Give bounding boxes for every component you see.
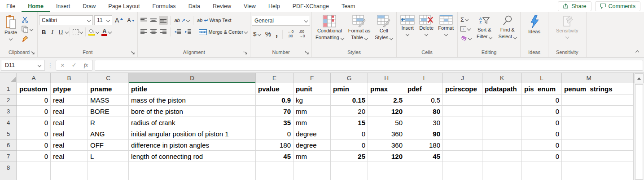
- column-header-J[interactable]: J: [443, 73, 482, 83]
- cell[interactable]: [88, 173, 129, 180]
- cell[interactable]: 0.5: [405, 94, 443, 106]
- tab-help[interactable]: Help: [262, 0, 286, 12]
- cell[interactable]: [51, 162, 88, 173]
- cell[interactable]: real: [51, 151, 88, 162]
- number-dialog-launcher[interactable]: [305, 50, 309, 55]
- cell[interactable]: initial angular position of piston 1: [129, 128, 256, 140]
- cell[interactable]: mm: [294, 151, 331, 162]
- cell[interactable]: [616, 173, 634, 180]
- column-header-E[interactable]: E: [256, 73, 294, 83]
- delete-cells-button[interactable]: Delete: [417, 14, 436, 37]
- insert-function-button[interactable]: fx: [84, 62, 88, 69]
- fill-button[interactable]: ↓: [459, 24, 473, 33]
- cell[interactable]: 2.5: [368, 94, 405, 106]
- cell[interactable]: pdef: [405, 83, 443, 94]
- cell[interactable]: pname: [88, 83, 129, 94]
- cell[interactable]: 15: [331, 117, 368, 128]
- cell[interactable]: [129, 173, 256, 180]
- cell[interactable]: [562, 117, 616, 128]
- align-right-button[interactable]: [159, 27, 168, 36]
- row-header-5[interactable]: 5: [0, 128, 17, 140]
- cell[interactable]: 0: [522, 106, 562, 117]
- find-select-button[interactable]: Find & Select: [496, 14, 519, 41]
- cell[interactable]: 0: [17, 151, 51, 162]
- cell[interactable]: 120: [368, 151, 405, 162]
- cell[interactable]: 20: [331, 106, 368, 117]
- cell[interactable]: [482, 162, 522, 173]
- cell[interactable]: [482, 173, 522, 180]
- cell[interactable]: 180: [405, 140, 443, 151]
- increase-decimal-button[interactable]: ←0.00: [286, 29, 295, 39]
- cell[interactable]: pcustom: [17, 83, 51, 94]
- tab-page-layout[interactable]: Page Layout: [102, 0, 146, 12]
- cell[interactable]: 0: [522, 128, 562, 140]
- cancel-button[interactable]: ×: [61, 62, 65, 68]
- cell[interactable]: pcirscope: [443, 83, 482, 94]
- cell[interactable]: kg: [294, 94, 331, 106]
- column-header-B[interactable]: B: [51, 73, 88, 83]
- cell[interactable]: 45: [256, 151, 294, 162]
- cell[interactable]: [331, 162, 368, 173]
- cell[interactable]: [443, 151, 482, 162]
- cell[interactable]: ptitle: [129, 83, 256, 94]
- wrap-text-button[interactable]: ab ↩ Wrap Text: [196, 16, 233, 25]
- font-color-button[interactable]: A: [100, 27, 113, 37]
- tab-insert[interactable]: Insert: [50, 0, 76, 12]
- cell[interactable]: 45: [405, 151, 443, 162]
- row-header-3[interactable]: 3: [0, 106, 17, 117]
- cell[interactable]: 0: [522, 151, 562, 162]
- cell[interactable]: degree: [294, 140, 331, 151]
- cell[interactable]: 0: [522, 94, 562, 106]
- cell[interactable]: [443, 140, 482, 151]
- cell[interactable]: [562, 94, 616, 106]
- cell[interactable]: 0: [17, 106, 51, 117]
- italic-button[interactable]: I: [48, 27, 56, 36]
- borders-button[interactable]: [71, 27, 84, 36]
- cell[interactable]: real: [51, 94, 88, 106]
- cell[interactable]: 35: [256, 117, 294, 128]
- row-header-partial[interactable]: [0, 173, 17, 180]
- collapse-ribbon-button[interactable]: [635, 50, 639, 54]
- fill-color-button[interactable]: [87, 27, 100, 36]
- cell[interactable]: mm: [294, 106, 331, 117]
- row-header-6[interactable]: 6: [0, 140, 17, 151]
- cell[interactable]: pis_enum: [522, 83, 562, 94]
- cell[interactable]: [482, 106, 522, 117]
- cell[interactable]: [562, 128, 616, 140]
- cell[interactable]: 70: [256, 106, 294, 117]
- bottom-align-button[interactable]: [159, 16, 168, 25]
- cell[interactable]: [616, 140, 634, 151]
- cell[interactable]: [294, 162, 331, 173]
- cell[interactable]: 25: [331, 151, 368, 162]
- cell[interactable]: [368, 162, 405, 173]
- paste-button[interactable]: Paste: [2, 14, 19, 41]
- cell[interactable]: 0: [522, 140, 562, 151]
- align-center-button[interactable]: [149, 27, 158, 36]
- orientation-button[interactable]: ab ↗: [173, 16, 190, 25]
- cell[interactable]: [17, 173, 51, 180]
- cell[interactable]: 0: [331, 128, 368, 140]
- percent-style-button[interactable]: %: [264, 29, 272, 39]
- cell[interactable]: 30: [405, 117, 443, 128]
- share-button[interactable]: Share: [558, 1, 591, 11]
- column-header-H[interactable]: H: [368, 73, 405, 83]
- cell-styles-button[interactable]: Cell Styles: [372, 14, 395, 42]
- ideas-button[interactable]: Ideas: [526, 14, 543, 36]
- column-header-C[interactable]: C: [88, 73, 129, 83]
- cell[interactable]: pmax: [368, 83, 405, 94]
- clipboard-dialog-launcher[interactable]: [31, 50, 35, 55]
- row-header-8[interactable]: 8: [0, 162, 17, 173]
- cut-button[interactable]: [20, 15, 34, 24]
- column-header-G[interactable]: G: [331, 73, 368, 83]
- cell[interactable]: [616, 106, 634, 117]
- number-format-select[interactable]: General: [252, 16, 310, 26]
- accounting-format-button[interactable]: $: [252, 30, 262, 39]
- tab-data[interactable]: Data: [182, 0, 206, 12]
- cell[interactable]: L: [88, 151, 129, 162]
- format-cells-button[interactable]: Format: [436, 14, 456, 37]
- tab-home[interactable]: Home: [22, 0, 50, 12]
- cell[interactable]: pvalue: [256, 83, 294, 94]
- cell[interactable]: R: [88, 117, 129, 128]
- tab-formulas[interactable]: Formulas: [146, 0, 182, 12]
- formula-input[interactable]: [95, 60, 643, 71]
